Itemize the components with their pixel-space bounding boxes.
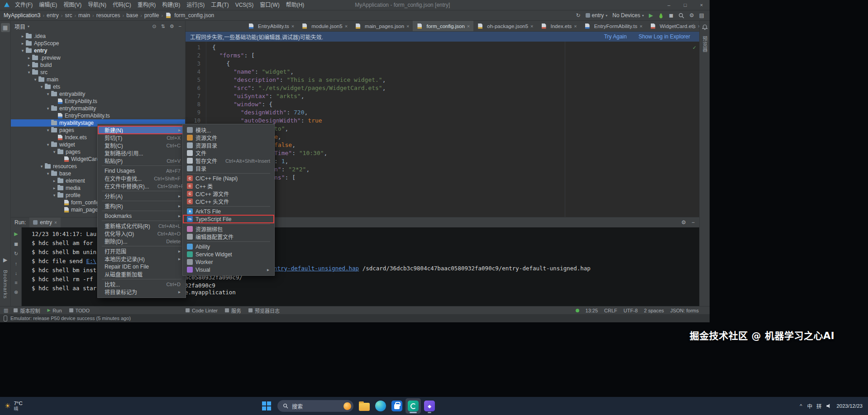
file-explorer-icon[interactable]	[357, 398, 372, 414]
hide-panel-button[interactable]: −	[179, 24, 181, 29]
settings-icon[interactable]: ⚙	[689, 13, 694, 18]
tree-toggle-icon[interactable]: ▸	[52, 186, 57, 190]
editor-tab[interactable]: module.json5×	[298, 21, 351, 32]
menu-item[interactable]: CC++ 类	[183, 182, 274, 190]
tree-toggle-icon[interactable]: ▸	[20, 34, 25, 38]
breadcrumb-item[interactable]: src	[65, 12, 72, 19]
menu-item[interactable]: 将目录标记为▸	[98, 288, 185, 296]
tree-toggle-icon[interactable]: ▾	[39, 164, 44, 169]
menu-item[interactable]: Bookmarks▸	[98, 212, 185, 220]
menu-item[interactable]: 资源文件	[183, 134, 274, 141]
menu-item[interactable]: 重构(R)▸	[98, 202, 185, 210]
volume-icon[interactable]	[826, 404, 831, 409]
menu-item[interactable]: TSTypeScript File	[183, 215, 274, 223]
edge-browser-icon[interactable]	[373, 398, 388, 414]
menu-item[interactable]: 资源目录	[183, 141, 274, 149]
soft-wrap-button[interactable]: ≡	[14, 280, 17, 285]
rerun-button[interactable]: ▶	[14, 231, 18, 237]
menu-item[interactable]: 粘贴(P)Ctrl+V	[98, 157, 185, 165]
menubar-item[interactable]: 文件(F)	[12, 0, 36, 10]
breadcrumb-item[interactable]: entry	[47, 12, 59, 19]
deveco-studio-icon[interactable]	[405, 398, 421, 414]
menu-item[interactable]: 剪切(T)Ctrl+X	[98, 134, 185, 141]
run-config-select[interactable]: entry ▾	[586, 12, 608, 19]
tab-options-icon[interactable]: ⋮	[691, 21, 696, 32]
tree-item[interactable]: ▸AppScope	[11, 40, 185, 47]
tab-close-icon[interactable]: ×	[467, 24, 470, 29]
project-panel-title[interactable]: 项目	[14, 23, 25, 30]
menu-item[interactable]: CC/C++ File (Napi)	[183, 174, 274, 182]
breadcrumb-item[interactable]: base	[126, 12, 138, 19]
tab-close-icon[interactable]: ×	[406, 24, 409, 29]
menu-item[interactable]: Service Widget	[183, 250, 274, 258]
menubar-item[interactable]: VCS(S)	[232, 0, 257, 10]
tree-toggle-icon[interactable]: ▾	[26, 70, 32, 75]
menu-item[interactable]: 目录	[183, 165, 274, 172]
tree-item[interactable]: ▸build	[11, 61, 185, 69]
editor-tab[interactable]: form_config.json×	[413, 21, 473, 32]
sync-icon[interactable]: ↻	[576, 13, 581, 18]
menu-item[interactable]: 删除(D)...Delete	[98, 237, 185, 245]
menu-item[interactable]: 优化导入(O)Ctrl+Alt+O	[98, 230, 185, 237]
tray-input-indicator[interactable]: 拼	[816, 402, 822, 410]
menu-item[interactable]: Find UsagesAlt+F7	[98, 167, 185, 174]
menubar-item[interactable]: 视图(V)	[60, 0, 85, 10]
menu-item[interactable]: 在文件中查找...Ctrl+Shift+F	[98, 174, 185, 182]
tree-toggle-icon[interactable]: ▾	[20, 48, 25, 53]
tree-item[interactable]: ▸.preview	[11, 54, 185, 61]
menu-item[interactable]: 分析(A)▸	[98, 192, 185, 200]
statusbar-item[interactable]: 服务	[225, 307, 241, 314]
menubar-item[interactable]: 代码(C)	[110, 0, 134, 10]
menu-item[interactable]: 从磁盘重新加载	[98, 270, 185, 278]
tree-item[interactable]: ▾entry	[11, 47, 185, 54]
stop-button[interactable]: ◼	[669, 13, 673, 18]
menu-item[interactable]: 新建(N)▸	[98, 126, 185, 134]
editor-tab[interactable]: Index.ets×	[537, 21, 581, 32]
tree-toggle-icon[interactable]: ▾	[45, 142, 51, 147]
debug-button[interactable]	[658, 13, 664, 19]
run-button[interactable]: ▶	[649, 13, 653, 18]
dev-tool-icon[interactable]	[422, 398, 437, 414]
taskbar-date[interactable]: 2023/12/23	[836, 403, 863, 409]
menu-item[interactable]: 打开范围▸	[98, 247, 185, 255]
tree-toggle-icon[interactable]: ▾	[39, 85, 44, 89]
clear-console-button[interactable]: ⊗	[14, 289, 18, 295]
menu-item[interactable]: 重新格式化代码(R)Ctrl+Alt+L	[98, 222, 185, 230]
previewer-tool-button[interactable]: 预览器	[701, 36, 708, 52]
breadcrumb-item[interactable]: main	[78, 12, 90, 19]
menu-item[interactable]: 在文件中替换(R)...Ctrl+Shift+R	[98, 182, 185, 190]
editor-tab[interactable]: oh-package.json5×	[473, 21, 537, 32]
tool-window-switcher-icon[interactable]: ▥	[4, 307, 8, 313]
tree-toggle-icon[interactable]: ▸	[20, 41, 25, 46]
weather-widget[interactable]: ☀ 7°C 晴	[5, 397, 23, 415]
statusbar-item[interactable]: Code Linter	[186, 307, 218, 314]
editor-tab[interactable]: main_pages.json×	[351, 21, 413, 32]
menu-item[interactable]: Visual▸	[183, 266, 274, 274]
tab-close-icon[interactable]: ×	[639, 24, 642, 29]
statusbar-item[interactable]: TODO	[69, 307, 90, 314]
start-button[interactable]	[259, 398, 274, 414]
tree-item[interactable]: ▾src	[11, 69, 185, 76]
menubar-item[interactable]: 工具(T)	[208, 0, 232, 10]
restart-button[interactable]: ↻	[14, 251, 18, 257]
menu-item[interactable]: Worker	[183, 258, 274, 266]
run-tool-button[interactable]: ▶	[1, 255, 10, 264]
menu-item[interactable]: 文件	[183, 149, 274, 157]
bookmarks-tool-button[interactable]: Bookmarks	[3, 270, 8, 299]
menu-item[interactable]: 复制路径/引用...	[98, 149, 185, 157]
taskbar-search[interactable]: 搜索	[277, 400, 353, 412]
search-icon[interactable]	[678, 13, 684, 19]
statusbar-indicator[interactable]: CRLF	[604, 308, 617, 313]
menu-item[interactable]: 复制(C)Ctrl+C	[98, 141, 185, 149]
tree-item[interactable]: ▾ets	[11, 83, 185, 90]
tree-item[interactable]: ▾entryformability	[11, 105, 185, 112]
editor-tab[interactable]: EntryAbility.ts×	[244, 21, 298, 32]
tab-close-icon[interactable]: ×	[291, 24, 294, 29]
statusbar-indicator[interactable]: JSON: forms	[670, 308, 699, 313]
tree-item[interactable]: ▾main	[11, 76, 185, 83]
tab-close-icon[interactable]: ×	[530, 24, 533, 29]
menu-item[interactable]: 本地历史记录(H)▸	[98, 255, 185, 263]
run-settings-icon[interactable]: ⚙	[681, 219, 686, 226]
device-select[interactable]: No Devices ▾	[612, 12, 644, 19]
run-minimize-icon[interactable]: −	[692, 219, 695, 226]
